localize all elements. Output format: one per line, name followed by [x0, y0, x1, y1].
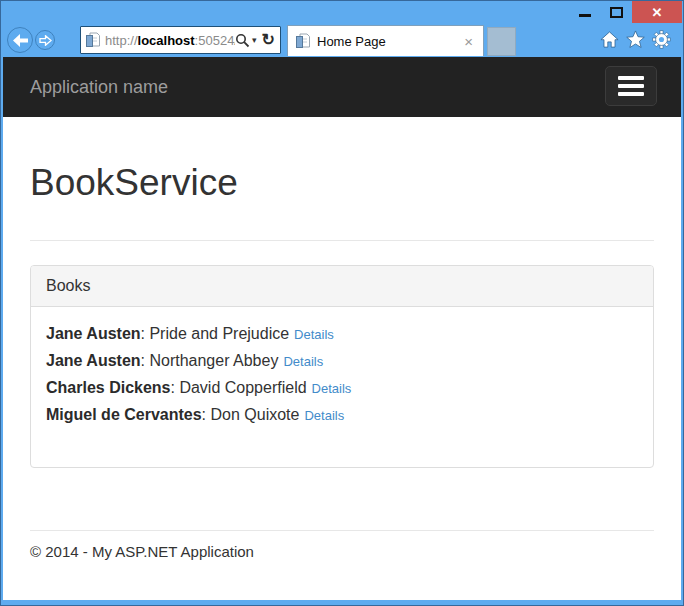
close-button[interactable]: ✕	[632, 1, 682, 23]
books-panel: Books Jane Austen: Pride and PrejudiceDe…	[30, 265, 654, 468]
forward-arrow-icon	[39, 35, 52, 46]
book-author: Jane Austen	[46, 352, 141, 369]
book-list-item: Jane Austen: Northanger AbbeyDetails	[46, 348, 638, 375]
tab-close-icon[interactable]: ×	[462, 34, 475, 49]
back-button[interactable]	[7, 27, 33, 53]
page-title: BookService	[30, 163, 654, 202]
page-container: BookService Books Jane Austen: Pride and…	[3, 163, 681, 560]
book-list-item: Miguel de Cervantes: Don QuixoteDetails	[46, 402, 638, 429]
browser-window: ✕ http://localhost:50524/ ▾ ↻	[0, 0, 684, 606]
address-bar[interactable]: http://localhost:50524/ ▾ ↻	[80, 26, 281, 54]
book-list-item: Charles Dickens: David CopperfieldDetail…	[46, 375, 638, 402]
search-icon[interactable]	[235, 33, 250, 48]
book-title: Northanger Abbey	[149, 352, 278, 369]
browser-tab[interactable]: Home Page ×	[287, 25, 484, 56]
app-navbar: Application name	[3, 57, 681, 117]
maximize-icon	[610, 7, 623, 18]
book-list-item: Jane Austen: Pride and PrejudiceDetails	[46, 321, 638, 348]
page-icon	[86, 32, 100, 48]
address-dropdown-caret-icon[interactable]: ▾	[252, 35, 257, 45]
book-title: David Copperfield	[179, 379, 306, 396]
navbar-brand[interactable]: Application name	[3, 57, 168, 117]
details-link[interactable]: Details	[283, 354, 323, 369]
gear-icon[interactable]	[652, 30, 671, 49]
close-icon: ✕	[652, 5, 663, 20]
maximize-button[interactable]	[600, 1, 632, 23]
divider	[30, 240, 654, 241]
back-arrow-icon	[13, 34, 28, 47]
browser-toolbar-icons	[600, 30, 671, 49]
page-viewport: Application name BookService Books Jane …	[3, 57, 681, 600]
new-tab-button[interactable]	[487, 27, 516, 56]
book-title: Don Quixote	[211, 406, 300, 423]
book-title: Pride and Prejudice	[149, 325, 289, 342]
details-link[interactable]: Details	[294, 327, 334, 342]
url-host: localhost	[138, 33, 195, 48]
book-author: Jane Austen	[46, 325, 141, 342]
hamburger-menu-button[interactable]	[605, 66, 657, 106]
hamburger-icon	[618, 76, 644, 80]
footer-divider	[30, 530, 654, 531]
url-tail: :50524/	[195, 33, 235, 48]
separator: :	[202, 406, 211, 423]
url-protocol: http://	[105, 33, 138, 48]
footer-copyright: © 2014 - My ASP.NET Application	[30, 543, 654, 560]
book-author: Charles Dickens	[46, 379, 171, 396]
books-list: Jane Austen: Pride and PrejudiceDetails …	[31, 307, 653, 467]
minimize-button[interactable]	[570, 1, 600, 23]
minimize-icon	[579, 14, 591, 17]
star-icon[interactable]	[626, 30, 645, 49]
url-text[interactable]: http://localhost:50524/	[105, 33, 235, 48]
details-link[interactable]: Details	[312, 381, 352, 396]
refresh-icon[interactable]: ↻	[262, 32, 275, 48]
home-icon[interactable]	[600, 30, 619, 49]
panel-heading: Books	[31, 266, 653, 307]
forward-button[interactable]	[35, 30, 55, 50]
tab-page-icon	[296, 33, 310, 49]
tab-title: Home Page	[317, 34, 462, 49]
book-author: Miguel de Cervantes	[46, 406, 202, 423]
details-link[interactable]: Details	[304, 408, 344, 423]
window-controls: ✕	[570, 1, 682, 23]
